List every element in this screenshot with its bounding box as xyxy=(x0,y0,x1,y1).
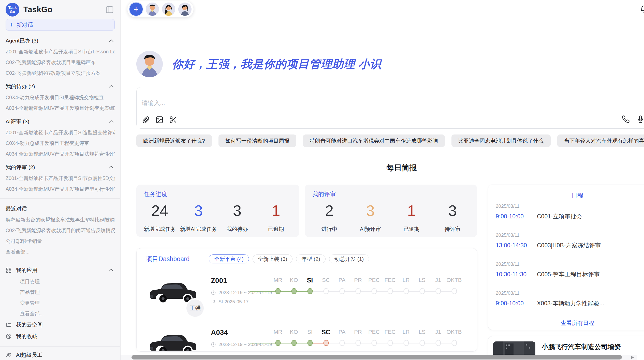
dashboard-tab[interactable]: 年型 (2) xyxy=(296,254,326,263)
stats-row: 任务进度 24 新增完成任务 3 xyxy=(136,185,477,237)
notification-bell-icon[interactable] xyxy=(640,5,644,13)
horizontal-scrollbar[interactable] xyxy=(121,355,637,360)
stat-item: 3 我的待办 xyxy=(218,203,257,233)
section-my-review[interactable]: 我的评审 (2) xyxy=(6,164,115,171)
list-item[interactable]: Z001-全新燃油轻卡产品开发项目SI节点属性5D文件评审 xyxy=(6,175,115,182)
left-column: 任务进度 24 新增完成任务 3 xyxy=(136,185,477,360)
app-link[interactable]: 产品管理 xyxy=(6,289,115,295)
composer-right-tools xyxy=(622,115,644,124)
stat-label: 已逾期 xyxy=(391,226,432,233)
attachment-icon[interactable] xyxy=(142,116,150,124)
list-item[interactable]: C0X4-动力总成开发项目SI里程碑提交物检查 xyxy=(6,94,115,101)
new-chat-button[interactable]: + 新对话 xyxy=(6,19,115,31)
milestone-node xyxy=(387,288,393,294)
dashboard-tab[interactable]: 动总开发 (1) xyxy=(329,254,369,263)
stat-label: AI预评审 xyxy=(350,226,391,233)
milestone-label: J1 xyxy=(430,276,446,285)
milestone-label: PEC xyxy=(366,327,382,337)
add-contact-button[interactable]: + xyxy=(129,3,143,16)
milestone-label: PA xyxy=(334,327,350,337)
phone-icon[interactable] xyxy=(622,115,630,123)
app-root: Task Go TaskGo + 新对话 Agent已办 (3) Z001-全新… xyxy=(0,0,644,360)
app-link[interactable]: 查看全部... xyxy=(6,310,115,317)
recent-chat-item[interactable]: 解释最新出台的欧盟报废车法规再生塑料比例被调至15%... xyxy=(6,216,115,223)
sidebar-collapse-icon[interactable] xyxy=(106,6,114,14)
milestone-label: MR xyxy=(270,327,286,337)
schedule-event-title: X003-车辆动力学性能验... xyxy=(537,299,644,307)
recent-chat-item[interactable]: 公司Q3轻卡销量 xyxy=(6,238,115,244)
section-agent-done[interactable]: Agent已办 (3) xyxy=(6,37,115,44)
image-icon[interactable] xyxy=(155,116,164,124)
milestone-label: SC xyxy=(318,276,334,285)
horizontal-scrollbar-thumb[interactable] xyxy=(131,355,622,359)
view-all-schedule-link[interactable]: 查看所有日程 xyxy=(488,314,644,327)
sidebar: Task Go TaskGo + 新对话 Agent已办 (3) Z001-全新… xyxy=(0,0,121,360)
app-link[interactable]: 项目管理 xyxy=(6,278,115,285)
schedule-item: 2025/03/11 13:00-14:30 C003|H0B-方案冻结评审 加… xyxy=(496,227,644,256)
schedule-date: 2025/03/11 xyxy=(496,290,644,296)
suggestion-chip[interactable]: 如何写一份清晰的项目周报 xyxy=(218,134,296,147)
list-item[interactable]: C02-飞腾新能源轻客改款项目立项汇报方案 xyxy=(6,70,115,76)
stat-label: 待评审 xyxy=(432,226,473,233)
chevron-up-icon[interactable] xyxy=(109,39,114,42)
star-badge-icon xyxy=(6,333,12,339)
section-ai-review[interactable]: AI评审 (3) xyxy=(6,118,115,125)
stat-value: 24 xyxy=(140,203,179,219)
schedule-item: 2025/03/11 9:00-10:00 C001-立项审批会 加入 xyxy=(496,199,644,227)
my-apps-list: 项目管理产品管理变更管理查看全部... xyxy=(6,278,115,317)
flag-label: SI-2025-05-17 xyxy=(218,299,248,305)
list-item[interactable]: C0X4-动力总成开发项目工程变更评审 xyxy=(6,140,115,146)
schedule-time: 10:30-11:30 xyxy=(496,271,537,278)
suggestion-chip[interactable]: 欧洲新规最近颁布了什么? xyxy=(136,134,212,147)
schedule-time: 9:00-10:00 xyxy=(496,213,537,220)
milestone-label: FEC xyxy=(382,327,398,337)
list-item[interactable]: Z001-全新燃油轻卡产品开发项目SI造型提交物评审 xyxy=(6,129,115,136)
milestone: PR xyxy=(350,276,366,315)
project-row[interactable]: 王强 Z001 2023-12-19 ~ 2027-01-19 xyxy=(146,273,477,315)
sidebar-item-my-apps[interactable]: 我的应用 xyxy=(6,266,115,274)
briefing-title: 每日简报 xyxy=(386,163,417,173)
dashboard-tab[interactable]: 全新上装 (3) xyxy=(253,254,293,263)
news-title: 小鹏飞行汽车制造公司增资 xyxy=(541,342,639,351)
divider xyxy=(0,346,120,347)
avatar[interactable] xyxy=(178,3,192,16)
sidebar-item-ai-staff[interactable]: AI超级员工 xyxy=(6,351,115,359)
chat-composer[interactable]: 请输入... xyxy=(136,87,644,129)
scissors-icon[interactable] xyxy=(169,116,177,124)
project-info: Z001 2023-12-19 ~ 2027-01-19 SI-2025-05-… xyxy=(211,273,270,315)
list-item[interactable]: Z001-全新燃油皮卡产品开发项目SI节点Lesson Learn报告 xyxy=(6,48,115,55)
list-item[interactable]: A034-全新新能源MUV产品开发项目计划变更表编写 xyxy=(6,105,115,111)
list-item[interactable]: A034-全新新能源MUV产品开发项目法规符合性评审 xyxy=(6,151,115,157)
app-link[interactable]: 变更管理 xyxy=(6,299,115,306)
schedule-time: 9:00-10:00 xyxy=(496,300,537,307)
milestone-label: LR xyxy=(398,327,414,337)
project-row[interactable]: 王强 A034 2023-12-19 ~ 2026-01-19 xyxy=(146,324,477,352)
suggestion-chip[interactable]: 比亚迪全固态电池计划具体说了什么 xyxy=(451,134,551,147)
milestone-label: SI xyxy=(302,327,318,337)
composer-placeholder: 请输入... xyxy=(142,99,165,107)
milestone: SI xyxy=(302,327,318,352)
avatar[interactable] xyxy=(162,3,175,16)
list-item[interactable]: A034-全新新能源MUV产品开发项目造型可行性评审 xyxy=(6,186,115,192)
scroll-right-arrow-icon[interactable] xyxy=(631,356,634,359)
sidebar-item-favorites[interactable]: 我的收藏 xyxy=(6,333,115,340)
my-review-stats: 2 进行中 3 AI预评审 xyxy=(309,203,473,233)
chevron-up-icon[interactable] xyxy=(109,166,114,169)
chevron-up-icon[interactable] xyxy=(109,85,114,88)
schedule-item: 2025/03/11 10:30-11:30 C005-整车工程目标评审 加入 xyxy=(496,256,644,285)
suggestion-chip[interactable]: 特朗普可能对进口汽车增税会对中国车企造成哪些影响 xyxy=(303,134,445,147)
sidebar-item-cloud-space[interactable]: 我的云空间 xyxy=(6,321,115,328)
list-item[interactable]: C02-飞腾新能源轻客改款项目里程碑画布 xyxy=(6,59,115,66)
microphone-icon[interactable] xyxy=(636,115,644,123)
milestone: MR xyxy=(270,276,286,315)
suggestion-chip[interactable]: 当下年轻人对汽车外观有怎样的喜好趋势 xyxy=(557,134,644,147)
recent-chat-item[interactable]: C02-飞腾新能源轻客改款项目的闭环通告反馈情况 xyxy=(6,227,115,234)
section-my-todo[interactable]: 我的待办 (2) xyxy=(6,83,115,90)
dashboard-tab[interactable]: 全新平台 (4) xyxy=(209,254,249,263)
chevron-up-icon[interactable] xyxy=(109,268,114,272)
chevron-up-icon[interactable] xyxy=(109,120,114,123)
recent-chat-item[interactable]: 查看全部... xyxy=(6,248,115,255)
milestone: PA xyxy=(334,327,350,352)
milestone: OKTB xyxy=(446,327,462,352)
avatar[interactable] xyxy=(146,3,159,16)
